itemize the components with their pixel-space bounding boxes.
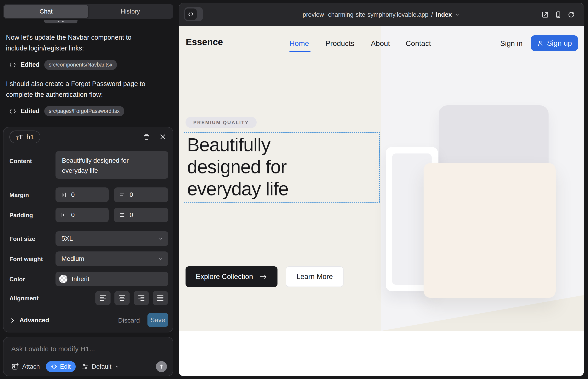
tab-chat[interactable]: Chat [4, 5, 88, 18]
target-icon [51, 363, 57, 370]
nav-link-home[interactable]: Home [289, 39, 309, 48]
chat-composer: Ask Lovable to modify H1... Attach Edit [3, 337, 173, 376]
code-icon [9, 62, 16, 68]
preview-window: preview--charming-site-symphony.lovable.… [179, 3, 584, 376]
font-weight-label: Font weight [9, 255, 43, 263]
signin-link[interactable]: Sign in [500, 39, 523, 48]
content-input[interactable]: Beautifully designed for everyday life [56, 151, 168, 179]
sliders-icon [82, 363, 89, 370]
scrolled-chip [44, 20, 77, 23]
nav-link-contact[interactable]: Contact [406, 39, 431, 48]
page-name: index [436, 11, 452, 18]
margin-label: Margin [9, 191, 29, 199]
edited-label: Edited [21, 108, 40, 115]
color-swatch [59, 275, 67, 283]
chat-message: Now let's update the Navbar component to… [6, 32, 167, 54]
hero-heading[interactable]: Beautifully designed for everyday life [187, 134, 289, 200]
site-preview: Essence Home Products About Contact Sign… [179, 26, 584, 376]
edited-label: Edited [21, 61, 40, 68]
decor-card-cream [424, 163, 556, 298]
font-size-label: Font size [9, 235, 35, 242]
attach-button[interactable]: Attach [11, 363, 40, 371]
padding-horizontal-input[interactable]: 0 [56, 208, 109, 222]
code-icon [9, 108, 16, 114]
margin-horizontal-icon [61, 191, 67, 198]
margin-vertical-icon [119, 191, 125, 198]
file-path-chip[interactable]: src/pages/ForgotPassword.tsx [44, 106, 124, 116]
chevron-down-icon [454, 12, 460, 17]
browser-chrome: preview--charming-site-symphony.lovable.… [179, 3, 584, 26]
margin-horizontal-input[interactable]: 0 [56, 188, 109, 202]
element-tag: h1 [27, 133, 34, 141]
alignment-label: Alignment [9, 295, 39, 302]
discard-button[interactable]: Discard [118, 317, 140, 324]
chevron-down-icon [115, 364, 120, 369]
refresh-icon[interactable] [567, 11, 575, 19]
font-weight-select[interactable]: Medium [56, 252, 168, 266]
delete-element-icon[interactable] [143, 133, 150, 141]
nav-link-about[interactable]: About [371, 39, 390, 48]
edited-file-row: Edited src/components/Navbar.tsx [9, 60, 117, 70]
composer-input[interactable]: Ask Lovable to modify H1... [11, 345, 95, 353]
padding-horizontal-icon [61, 212, 67, 218]
element-editor-panel: TT h1 Content Beautifully designed for e… [3, 127, 173, 332]
active-nav-underline [289, 51, 310, 52]
align-right-button[interactable] [134, 291, 149, 305]
chevron-down-icon [158, 236, 164, 242]
open-external-icon[interactable] [541, 11, 549, 19]
edit-mode-button[interactable]: Edit [46, 361, 76, 372]
align-center-button[interactable] [114, 291, 130, 305]
mode-select[interactable]: Default [82, 363, 120, 370]
chevron-down-icon [158, 256, 164, 262]
tab-history[interactable]: History [88, 5, 173, 18]
lovable-app: Chat History Now let's update the Navbar… [0, 0, 588, 379]
selected-element-chip[interactable]: TT h1 [9, 130, 40, 143]
attach-image-icon [11, 363, 19, 371]
color-label: Color [9, 276, 25, 283]
advanced-toggle[interactable]: Advanced [10, 317, 49, 324]
close-icon[interactable] [159, 133, 167, 141]
chat-history-tabs: Chat History [3, 4, 173, 19]
font-size-select[interactable]: 5XL [56, 231, 168, 246]
align-left-button[interactable] [95, 291, 110, 305]
arrow-right-icon [259, 273, 267, 280]
learn-more-button[interactable]: Learn More [286, 266, 343, 287]
padding-vertical-input[interactable]: 0 [114, 208, 168, 222]
preview-url: preview--charming-site-symphony.lovable.… [303, 11, 429, 18]
mobile-view-icon[interactable] [554, 11, 562, 19]
margin-vertical-input[interactable]: 0 [114, 188, 168, 202]
arrow-up-icon [158, 364, 164, 370]
chat-message: I should also create a Forgot Password p… [6, 79, 171, 100]
send-button[interactable] [156, 361, 167, 372]
hero-badge: PREMIUM QUALITY [186, 117, 257, 128]
align-justify-button[interactable] [153, 291, 168, 305]
user-icon [537, 40, 544, 47]
text-size-icon: TT [16, 134, 23, 141]
signup-button[interactable]: Sign up [531, 35, 578, 51]
chat-sidebar: Chat History Now let's update the Navbar… [0, 0, 179, 379]
save-button[interactable]: Save [147, 313, 168, 327]
nav-link-products[interactable]: Products [325, 39, 354, 48]
padding-label: Padding [9, 212, 33, 219]
explore-collection-button[interactable]: Explore Collection [186, 266, 278, 287]
content-label: Content [9, 158, 32, 165]
file-path-chip[interactable]: src/components/Navbar.tsx [44, 60, 117, 70]
site-logo[interactable]: Essence [186, 37, 223, 47]
chevron-right-icon [10, 317, 15, 323]
padding-vertical-icon [119, 212, 125, 218]
color-select[interactable]: Inherit [56, 272, 168, 286]
url-bar[interactable]: preview--charming-site-symphony.lovable.… [179, 3, 584, 26]
edited-file-row: Edited src/pages/ForgotPassword.tsx [9, 106, 124, 116]
